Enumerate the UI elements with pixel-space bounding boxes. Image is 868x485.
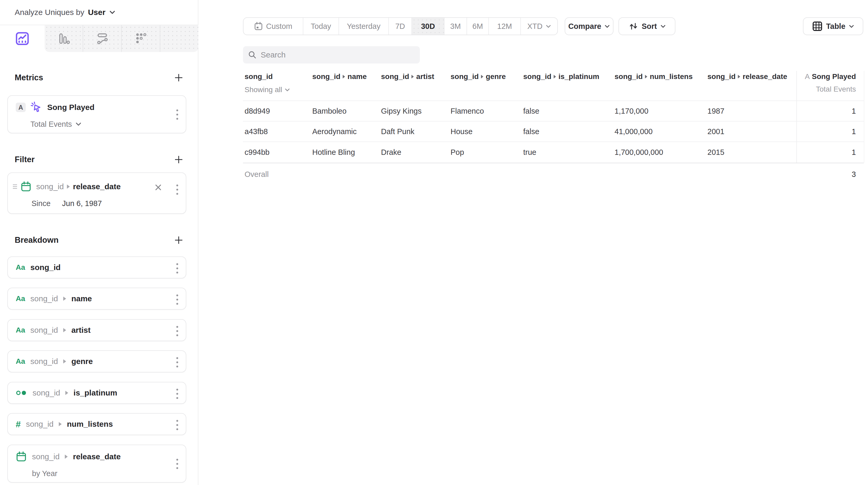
property-arrow-icon bbox=[411, 75, 414, 79]
breakdown-bucket[interactable]: by Year bbox=[32, 469, 58, 478]
tab-flow-chart[interactable] bbox=[83, 25, 121, 52]
filter-menu-button[interactable] bbox=[176, 184, 179, 195]
breakdown-card-artist[interactable]: Aa song_id artist bbox=[7, 319, 186, 341]
breakdown-menu-button[interactable] bbox=[176, 263, 179, 273]
property-arrow-icon bbox=[645, 75, 647, 79]
filter-value[interactable]: Jun 6, 1987 bbox=[62, 199, 102, 208]
table-row[interactable]: c994bb Hotline Bling Drake Pop true 1,70… bbox=[243, 142, 864, 163]
tab-line-chart[interactable] bbox=[0, 25, 44, 52]
breakdown-menu-button[interactable] bbox=[176, 326, 179, 336]
metric-menu-button[interactable] bbox=[176, 110, 179, 120]
filter-property: release_date bbox=[73, 182, 121, 191]
date-range-xtd[interactable]: XTD bbox=[520, 18, 557, 35]
property-arrow-icon bbox=[63, 297, 66, 301]
date-range-control: Custom Today Yesterday 7D 30D 3M 6M 12M … bbox=[243, 17, 558, 35]
date-range-30d[interactable]: 30D bbox=[411, 18, 444, 35]
breakdown-parent: song_id bbox=[33, 388, 60, 397]
breakdown-card-num-listens[interactable]: # song_id num_listens bbox=[7, 413, 186, 435]
overall-row: Overall 3 bbox=[243, 163, 864, 185]
chevron-down-icon bbox=[604, 25, 610, 28]
breakdown-card-is-platinum[interactable]: song_id is_platinum bbox=[7, 382, 186, 404]
table-row[interactable]: a43fb8 Aerodynamic Daft Punk House false… bbox=[243, 121, 864, 142]
showing-all-select[interactable]: Showing all bbox=[245, 86, 290, 94]
column-header-song-id[interactable]: song_id bbox=[245, 72, 273, 81]
metric-card[interactable]: A Song Played Total Events bbox=[7, 95, 186, 133]
inactive-tabs-strip bbox=[44, 25, 198, 52]
property-arrow-icon bbox=[59, 422, 62, 426]
sort-arrows-icon bbox=[628, 22, 639, 31]
breakdown-label: release_date bbox=[73, 452, 121, 461]
metric-measure-select[interactable]: Total Events bbox=[30, 120, 72, 129]
analyze-entity-select[interactable]: User bbox=[88, 8, 105, 17]
breakdown-card-song-id[interactable]: Aa song_id bbox=[7, 256, 186, 278]
date-range-today[interactable]: Today bbox=[303, 18, 339, 35]
property-arrow-icon bbox=[343, 75, 345, 79]
overall-label: Overall bbox=[245, 163, 269, 185]
filter-section-header: Filter bbox=[15, 154, 184, 165]
breakdown-heading: Breakdown bbox=[15, 235, 59, 245]
filter-operator[interactable]: Since bbox=[31, 199, 51, 208]
table-row[interactable]: d8d949 Bamboleo Gipsy Kings Flamenco fal… bbox=[243, 100, 864, 121]
date-range-12m[interactable]: 12M bbox=[488, 18, 520, 35]
date-range-6m[interactable]: 6M bbox=[467, 18, 488, 35]
chevron-down-icon bbox=[546, 25, 551, 28]
breakdown-card-genre[interactable]: Aa song_id genre bbox=[7, 351, 186, 372]
chevron-down-icon bbox=[75, 122, 81, 126]
search-icon bbox=[248, 51, 256, 59]
breakdown-parent: song_id bbox=[30, 294, 58, 303]
property-arrow-icon bbox=[67, 184, 70, 189]
breakdown-parent: song_id bbox=[26, 420, 54, 429]
funnel-dots-icon bbox=[135, 33, 147, 44]
breakdown-menu-button[interactable] bbox=[176, 357, 179, 367]
query-sidebar: Analyze Uniques by User bbox=[0, 0, 198, 485]
filter-card[interactable]: song_id release_date Since Jun 6, 1987 bbox=[7, 173, 186, 214]
date-range-7d[interactable]: 7D bbox=[389, 18, 411, 35]
breakdown-label: num_listens bbox=[67, 420, 113, 429]
search-input[interactable] bbox=[260, 51, 414, 59]
property-arrow-icon bbox=[554, 75, 556, 79]
date-range-yesterday[interactable]: Yesterday bbox=[339, 18, 389, 35]
tab-funnel-chart[interactable] bbox=[121, 25, 160, 52]
line-chart-icon bbox=[16, 31, 29, 46]
property-arrow-icon bbox=[63, 328, 66, 332]
chevron-down-icon bbox=[660, 25, 666, 28]
property-arrow-icon bbox=[65, 391, 68, 395]
text-property-icon: Aa bbox=[16, 357, 25, 366]
chevron-down-icon bbox=[109, 10, 116, 14]
add-breakdown-button[interactable] bbox=[174, 235, 184, 245]
breakdown-menu-button[interactable] bbox=[176, 295, 179, 305]
column-header-metric[interactable]: ASong Played Total Events bbox=[796, 70, 864, 93]
column-header-is-platinum[interactable]: song_idis_platinum bbox=[523, 72, 599, 81]
property-arrow-icon bbox=[738, 75, 740, 79]
breakdown-label: name bbox=[71, 294, 92, 303]
breakdown-section-header: Breakdown bbox=[15, 234, 184, 246]
drag-handle-icon[interactable] bbox=[11, 183, 19, 190]
column-header-release-date[interactable]: song_idrelease_date bbox=[707, 72, 787, 81]
compare-button[interactable]: Compare bbox=[565, 17, 614, 35]
view-type-button[interactable]: Table bbox=[803, 17, 863, 35]
column-header-name[interactable]: song_idname bbox=[312, 72, 367, 81]
breakdown-parent: song_id bbox=[30, 357, 58, 366]
breakdown-card-release-date[interactable]: song_id release_date by Year bbox=[7, 445, 186, 483]
add-metric-button[interactable] bbox=[174, 73, 184, 83]
text-property-icon: Aa bbox=[16, 326, 25, 334]
date-range-custom[interactable]: Custom bbox=[244, 18, 303, 35]
breakdown-label: is_platinum bbox=[73, 388, 117, 397]
breakdown-menu-button[interactable] bbox=[176, 389, 179, 399]
breakdown-card-name[interactable]: Aa song_id name bbox=[7, 287, 186, 310]
add-filter-button[interactable] bbox=[174, 155, 184, 164]
metric-value: 1 bbox=[852, 101, 856, 121]
breakdown-parent: song_id bbox=[32, 452, 60, 461]
breakdown-menu-button[interactable] bbox=[176, 420, 179, 430]
sort-button[interactable]: Sort bbox=[618, 17, 675, 35]
column-header-artist[interactable]: song_idartist bbox=[381, 72, 434, 81]
column-header-genre[interactable]: song_idgenre bbox=[451, 72, 506, 81]
tab-bar-chart[interactable] bbox=[44, 25, 83, 52]
breakdown-menu-button[interactable] bbox=[176, 459, 179, 469]
chart-type-tabs bbox=[0, 25, 198, 52]
table-header: song_id Showing all song_idname song_ida… bbox=[243, 70, 864, 101]
remove-filter-button[interactable] bbox=[154, 183, 162, 191]
column-header-num-listens[interactable]: song_idnum_listens bbox=[615, 72, 693, 81]
number-property-icon: # bbox=[16, 419, 21, 429]
date-range-3m[interactable]: 3M bbox=[444, 18, 467, 35]
